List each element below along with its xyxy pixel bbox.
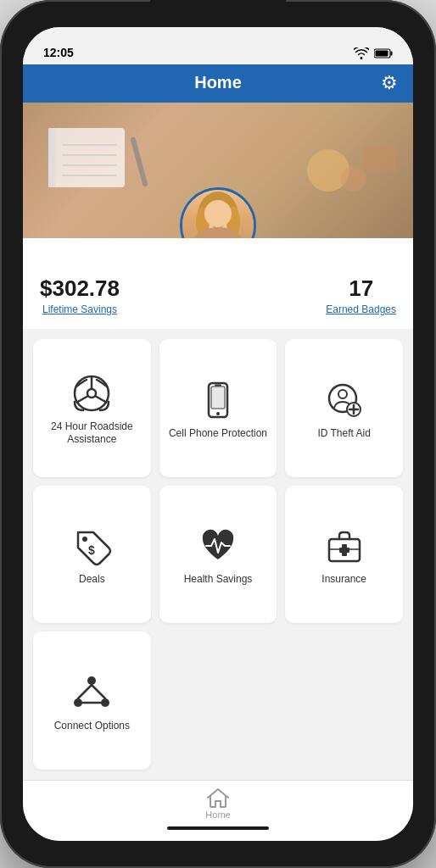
svg-point-43 bbox=[101, 698, 109, 707]
home-tab-icon bbox=[207, 787, 229, 808]
services-grid: 24 Hour Roadside Assistance Cell Phone P… bbox=[23, 329, 413, 780]
svg-rect-39 bbox=[339, 548, 349, 553]
badges-label[interactable]: Earned Badges bbox=[326, 303, 396, 315]
svg-rect-4 bbox=[48, 128, 55, 187]
id-theft-icon bbox=[324, 380, 365, 420]
stats-row: $302.78 Lifetime Savings 17 Earned Badge… bbox=[23, 238, 413, 329]
svg-point-18 bbox=[222, 216, 226, 220]
phone-notch bbox=[150, 0, 286, 24]
deals-icon: $ bbox=[71, 526, 112, 566]
svg-rect-27 bbox=[211, 387, 225, 409]
svg-point-31 bbox=[338, 390, 347, 398]
svg-point-41 bbox=[87, 676, 96, 685]
svg-line-44 bbox=[78, 685, 92, 698]
svg-rect-12 bbox=[362, 145, 396, 170]
savings-amount: $302.78 bbox=[40, 275, 120, 302]
id-theft-label: ID Theft Aid bbox=[317, 427, 370, 441]
svg-point-42 bbox=[74, 698, 82, 707]
home-tab[interactable]: Home bbox=[205, 787, 230, 820]
roadside-assistance-item[interactable]: 24 Hour Roadside Assistance bbox=[33, 339, 151, 477]
phone-screen: 12:05 Home ⚙ bbox=[23, 27, 413, 841]
health-savings-label: Health Savings bbox=[184, 573, 253, 587]
status-time: 12:05 bbox=[43, 46, 74, 59]
connect-options-label: Connect Options bbox=[54, 720, 130, 733]
svg-line-24 bbox=[76, 396, 88, 403]
app-header: Home ⚙ bbox=[23, 64, 413, 103]
hero-banner: + bbox=[23, 103, 413, 238]
cell-phone-label: Cell Phone Protection bbox=[169, 427, 267, 441]
insurance-label: Insurance bbox=[321, 573, 366, 587]
phone-frame: 12:05 Home ⚙ bbox=[0, 0, 436, 868]
steering-wheel-icon bbox=[71, 373, 112, 414]
svg-rect-1 bbox=[391, 52, 393, 56]
health-savings-item[interactable]: Health Savings bbox=[159, 486, 277, 624]
svg-rect-3 bbox=[48, 128, 125, 187]
avatar-svg bbox=[182, 190, 254, 238]
svg-rect-2 bbox=[376, 51, 388, 57]
svg-line-25 bbox=[95, 396, 107, 403]
lifetime-savings-stat: $302.78 Lifetime Savings bbox=[40, 275, 120, 315]
home-indicator bbox=[167, 826, 269, 830]
svg-point-22 bbox=[87, 389, 96, 398]
health-savings-icon bbox=[198, 526, 238, 566]
status-bar: 12:05 bbox=[23, 27, 413, 64]
id-theft-item[interactable]: ID Theft Aid bbox=[285, 339, 403, 477]
user-avatar[interactable] bbox=[180, 187, 256, 238]
cell-phone-icon bbox=[198, 380, 238, 420]
svg-text:$: $ bbox=[88, 543, 95, 557]
roadside-label: 24 Hour Roadside Assistance bbox=[40, 420, 144, 447]
cell-phone-protection-item[interactable]: Cell Phone Protection bbox=[159, 339, 277, 477]
svg-point-35 bbox=[82, 537, 87, 542]
connect-options-icon bbox=[71, 672, 112, 713]
earned-badges-stat: 17 Earned Badges bbox=[326, 275, 396, 315]
svg-point-11 bbox=[341, 166, 366, 192]
battery-icon bbox=[374, 48, 393, 58]
tab-bar: Home bbox=[23, 780, 413, 841]
svg-point-15 bbox=[196, 207, 210, 237]
avatar-image bbox=[182, 190, 254, 238]
svg-point-28 bbox=[216, 412, 220, 415]
svg-point-17 bbox=[210, 216, 215, 220]
settings-gear-icon[interactable]: ⚙ bbox=[381, 72, 398, 94]
home-tab-label: Home bbox=[205, 810, 230, 820]
badges-count: 17 bbox=[349, 275, 373, 302]
svg-rect-29 bbox=[215, 384, 221, 386]
connect-options-item[interactable]: Connect Options bbox=[33, 632, 151, 770]
deals-label: Deals bbox=[79, 573, 105, 587]
savings-label[interactable]: Lifetime Savings bbox=[42, 303, 117, 315]
status-icons bbox=[354, 47, 393, 59]
svg-point-14 bbox=[203, 203, 233, 236]
insurance-item[interactable]: Insurance bbox=[285, 486, 403, 624]
svg-point-16 bbox=[226, 207, 240, 237]
svg-line-45 bbox=[92, 685, 105, 698]
insurance-icon bbox=[324, 526, 365, 566]
svg-rect-9 bbox=[130, 136, 148, 187]
deals-item[interactable]: $ Deals bbox=[33, 486, 151, 624]
header-title: Home bbox=[194, 73, 242, 92]
wifi-icon bbox=[354, 47, 369, 59]
